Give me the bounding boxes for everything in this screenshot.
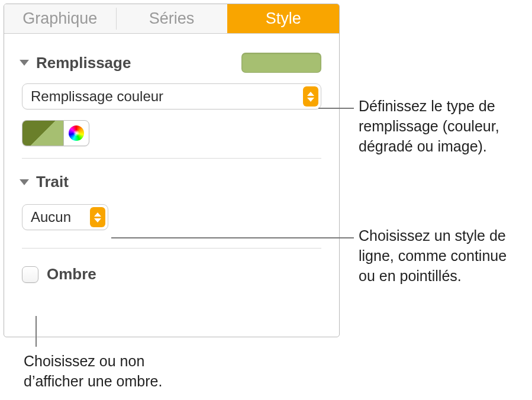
fill-color-swatch[interactable] [241,53,321,73]
callout-leader-line [318,108,354,109]
stroke-section-title: Trait [36,173,321,191]
tab-style-label: Style [266,9,301,28]
fill-section-title: Remplissage [36,54,241,72]
chevron-down-icon [20,60,29,66]
fill-section-header[interactable]: Remplissage [22,42,321,79]
inspector-tabs: Graphique Séries Style [4,4,339,34]
popup-stepper-icon [303,86,318,107]
color-picker-button[interactable] [63,120,89,146]
tab-series[interactable]: Séries [116,4,228,33]
fill-color-well[interactable] [22,120,63,146]
callout-shadow: Choisissez ou non d’afficher une ombre. [24,351,207,392]
fill-type-popup[interactable]: Remplissage couleur [22,83,321,109]
popup-stepper-icon [90,207,105,227]
tab-chart-label: Graphique [22,9,97,28]
callout-leader-line [111,237,354,238]
tab-style[interactable]: Style [227,4,339,33]
callout-fill-type: Définissez le type de remplissage (coule… [359,96,524,156]
callout-leader-line [36,316,37,347]
fill-type-popup-label: Remplissage couleur [31,88,303,105]
color-wheel-icon [69,125,84,141]
panel-body: Remplissage Remplissage couleur Trait Au… [4,34,339,283]
shadow-label: Ombre [47,265,96,283]
stroke-section-header[interactable]: Trait [22,159,321,197]
fill-color-row [22,120,321,146]
chevron-down-icon [20,179,29,185]
callout-stroke-style: Choisissez un style de ligne, comme cont… [359,226,524,286]
tab-chart[interactable]: Graphique [4,4,116,33]
tab-series-label: Séries [149,9,195,28]
stroke-type-popup[interactable]: Aucun [22,204,108,230]
format-inspector-panel: Graphique Séries Style Remplissage Rempl… [4,4,340,337]
shadow-checkbox[interactable] [22,266,38,283]
shadow-row: Ombre [22,249,321,283]
stroke-type-popup-label: Aucun [31,209,90,225]
